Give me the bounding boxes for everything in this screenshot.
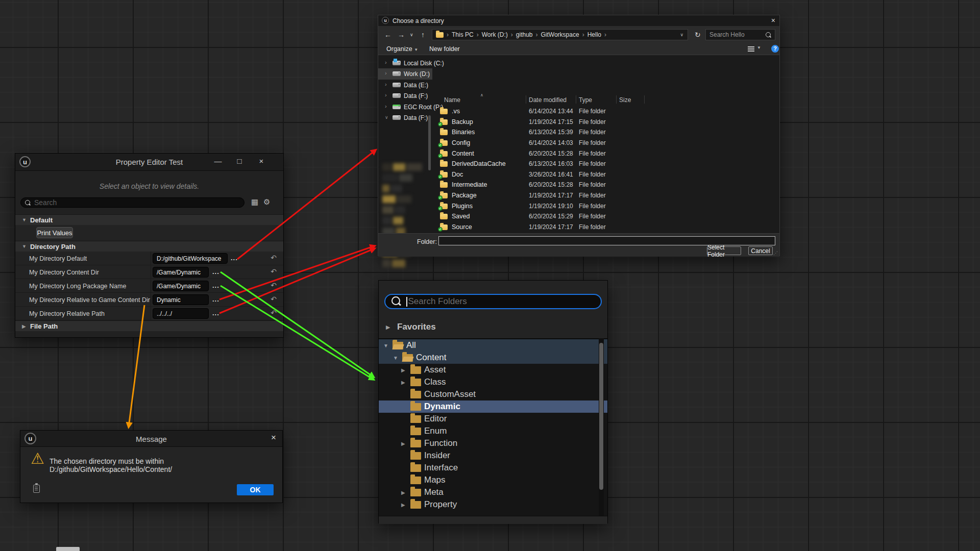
property-row[interactable]: My Directory Content Dir/Game/Dynamic...… xyxy=(15,265,283,279)
expander-icon[interactable] xyxy=(401,367,410,373)
sort-ascending-icon[interactable]: ∧ xyxy=(480,93,483,97)
property-row[interactable]: My Directory Relative to Game Content Di… xyxy=(15,293,283,307)
property-row[interactable]: My Directory Long Package Name/Game/Dyna… xyxy=(15,279,283,293)
browse-ellipsis-button[interactable]: ... xyxy=(212,268,219,276)
file-row[interactable]: ✓Backup1/19/2024 17:15File folder xyxy=(378,117,779,128)
file-row[interactable]: ✓Config6/14/2024 14:03File folder xyxy=(378,138,779,148)
expander-icon[interactable]: ▼ xyxy=(22,244,30,249)
file-row[interactable]: ✓Plugins1/19/2024 19:10File folder xyxy=(378,201,779,212)
expander-icon[interactable]: ▶ xyxy=(386,324,397,331)
column-header-type[interactable]: Type xyxy=(579,96,592,104)
column-divider[interactable] xyxy=(151,265,151,279)
browse-ellipsis-button[interactable]: ... xyxy=(212,282,219,289)
address-dropdown-icon[interactable]: ∨ xyxy=(680,32,683,37)
column-divider[interactable] xyxy=(526,95,526,104)
expander-icon[interactable]: ▶ xyxy=(22,323,30,329)
breadcrumb-item[interactable]: ›Work (D:) xyxy=(474,31,508,38)
column-divider[interactable] xyxy=(151,252,151,265)
minimize-icon[interactable]: — xyxy=(212,157,224,165)
property-row[interactable]: My Directory Relative Path../../../...↶ xyxy=(15,307,283,320)
value-field[interactable]: ../../../ xyxy=(153,308,209,319)
reset-to-default-icon[interactable]: ↶ xyxy=(271,309,277,317)
close-icon[interactable]: × xyxy=(256,157,267,165)
folder-tree-item[interactable]: Interface xyxy=(379,462,607,474)
file-row[interactable]: ✓.vs6/14/2024 13:44File folder xyxy=(378,106,779,117)
cancel-button[interactable]: Cancel xyxy=(748,246,773,255)
category-directory-path[interactable]: ▼ Directory Path xyxy=(15,241,283,252)
address-bar[interactable]: ›This PC›Work (D:)›github›GitWorkspace›H… xyxy=(432,29,688,40)
folder-tree-item[interactable]: Content xyxy=(379,352,607,364)
browse-ellipsis-button[interactable]: ... xyxy=(212,309,219,317)
expander-icon[interactable] xyxy=(401,490,410,495)
breadcrumb-item[interactable]: ›GitWorkspace xyxy=(533,31,579,38)
file-row[interactable]: ✓Intermediate6/20/2024 15:28File folder xyxy=(378,180,779,190)
resize-grip[interactable]: ⋰ xyxy=(773,251,778,256)
settings-gear-icon[interactable]: ⚙ xyxy=(263,197,270,207)
folder-tree-item[interactable]: Function xyxy=(379,437,607,449)
forward-icon[interactable]: → xyxy=(398,31,405,39)
breadcrumb-item[interactable]: ›Hello xyxy=(579,31,601,38)
close-icon[interactable]: × xyxy=(271,433,276,443)
folder-tree-item[interactable]: Class xyxy=(379,376,607,388)
folder-tree-item[interactable]: Editor xyxy=(379,413,607,425)
drive-tree-item[interactable]: Local Disk (C:) xyxy=(378,58,432,68)
column-divider[interactable] xyxy=(616,95,617,104)
folder-tree-item[interactable]: Enum xyxy=(379,425,607,437)
search-input[interactable]: Search xyxy=(20,197,244,208)
new-folder-button[interactable]: New folder xyxy=(429,45,460,53)
folder-tree-item[interactable]: Property xyxy=(379,498,607,511)
column-divider[interactable] xyxy=(151,307,151,320)
value-field[interactable]: Dynamic xyxy=(153,294,209,305)
up-icon[interactable]: ↑ xyxy=(421,31,425,39)
organize-button[interactable]: Organize ▼ xyxy=(386,45,418,53)
dialog-titlebar[interactable]: u Choose a directory × xyxy=(378,15,779,26)
value-field[interactable]: D:/github/GitWorkspace xyxy=(153,253,228,264)
value-field[interactable]: /Game/Dynamic xyxy=(153,267,209,278)
ok-button[interactable]: OK xyxy=(237,484,274,495)
file-row[interactable]: ✓Binaries6/13/2024 15:39File folder xyxy=(378,127,779,138)
file-row[interactable]: ✓Saved6/20/2024 15:29File folder xyxy=(378,211,779,222)
recent-locations-icon[interactable]: ∨ xyxy=(410,32,413,37)
expander-icon[interactable] xyxy=(401,441,410,446)
column-header-date[interactable]: Date modified xyxy=(529,96,567,104)
scrollbar-thumb[interactable] xyxy=(599,343,603,490)
column-divider[interactable] xyxy=(644,95,645,104)
value-field[interactable]: /Game/Dynamic xyxy=(153,281,209,291)
reset-to-default-icon[interactable]: ↶ xyxy=(271,267,277,276)
column-header-size[interactable]: Size xyxy=(619,96,631,104)
folder-search-input[interactable]: Search Folders xyxy=(384,294,602,309)
column-divider[interactable] xyxy=(151,293,151,306)
view-selector-icon[interactable] xyxy=(748,46,754,52)
select-folder-button[interactable]: Select Folder xyxy=(707,246,741,255)
back-icon[interactable]: ← xyxy=(384,31,391,39)
display-options-icon[interactable]: ▦ xyxy=(251,197,258,207)
file-row[interactable]: ✓DerivedDataCache6/13/2024 16:03File fol… xyxy=(378,159,779,169)
print-values-button[interactable]: Print Values xyxy=(36,227,73,238)
chevron-icon[interactable] xyxy=(385,81,387,87)
folder-tree-item[interactable]: Asset xyxy=(379,364,607,376)
browse-ellipsis-button[interactable]: ... xyxy=(212,295,219,303)
reset-to-default-icon[interactable]: ↶ xyxy=(271,295,277,303)
file-row[interactable]: ✓Source1/19/2024 17:17File folder xyxy=(378,222,779,233)
folder-tree-item[interactable]: Insider xyxy=(379,449,607,462)
breadcrumb-item[interactable]: ›github xyxy=(508,31,533,38)
folder-tree-item[interactable]: Meta xyxy=(379,486,607,498)
browse-ellipsis-button[interactable]: ... xyxy=(231,254,238,262)
folder-tree-item[interactable]: Dynamic xyxy=(379,400,607,413)
drive-tree-item[interactable]: Work (D:) xyxy=(378,68,432,79)
search-box[interactable]: Search Hello xyxy=(705,29,775,40)
file-row[interactable]: ✓Doc3/26/2024 16:41File folder xyxy=(378,169,779,180)
dialog-titlebar[interactable]: u Message × xyxy=(20,431,282,447)
expander-icon[interactable] xyxy=(393,355,402,361)
help-icon[interactable]: ? xyxy=(771,45,779,53)
chevron-icon[interactable] xyxy=(385,59,387,65)
breadcrumb-item[interactable]: ›This PC xyxy=(444,31,474,38)
file-row[interactable]: ✓Content6/20/2024 15:28File folder xyxy=(378,148,779,159)
file-row[interactable]: ✓Package1/19/2024 17:17File folder xyxy=(378,190,779,201)
column-divider[interactable] xyxy=(576,95,576,104)
refresh-icon[interactable]: ↻ xyxy=(695,31,701,39)
category-file-path[interactable]: ▶ File Path xyxy=(15,320,283,331)
chevron-icon[interactable] xyxy=(385,92,387,98)
reset-to-default-icon[interactable]: ↶ xyxy=(271,281,277,289)
property-row[interactable]: My Directory DefaultD:/github/GitWorkspa… xyxy=(15,252,283,265)
